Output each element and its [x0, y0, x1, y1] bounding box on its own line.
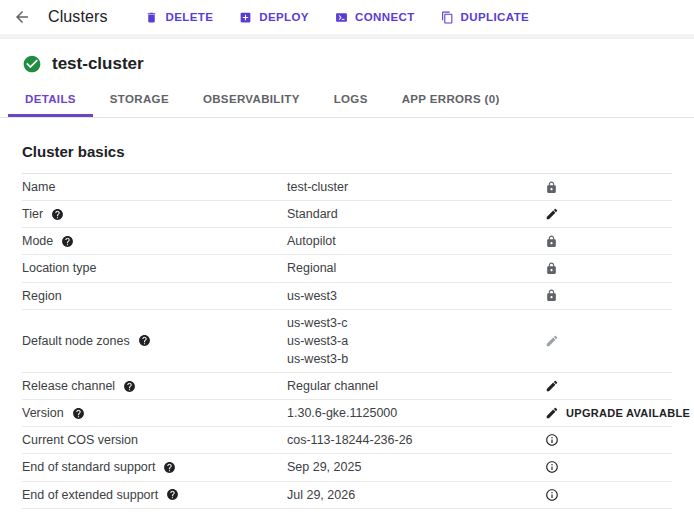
info-icon[interactable] — [545, 460, 559, 474]
row-value: Regular channel — [287, 373, 545, 399]
row-value-line: Autopilot — [287, 232, 537, 250]
action-connect-button[interactable]: CONNECT — [335, 9, 415, 26]
action-label: DEPLOY — [259, 11, 309, 23]
table-row-version: Version1.30.6-gke.1125000UPGRADE AVAILAB… — [22, 400, 672, 427]
tab-app-errors-0[interactable]: APP ERRORS (0) — [385, 83, 517, 117]
row-label-cell: Location type — [22, 258, 287, 278]
table-row-region: Regionus-west3 — [22, 283, 672, 310]
tab-observability[interactable]: OBSERVABILITY — [186, 83, 317, 117]
action-deploy-button[interactable]: DEPLOY — [239, 9, 309, 26]
row-value-line: Regional — [287, 259, 537, 277]
header-divider — [0, 34, 694, 39]
table-row-rollout-sequence: Rollout sequenceTo use rollout sequencin… — [22, 509, 672, 515]
tab-logs[interactable]: LOGS — [317, 83, 385, 117]
row-icon-cell — [545, 488, 559, 502]
row-icon-cell — [545, 334, 559, 348]
row-icon-cell — [545, 207, 559, 221]
row-label-cell: End of standard support — [22, 457, 287, 477]
row-value: cos-113-18244-236-26 — [287, 427, 545, 453]
row-value-line: us-west3-b — [287, 350, 537, 368]
row-value: To use rollout sequencing, register your… — [287, 509, 545, 515]
check-circle-icon — [22, 54, 42, 74]
action-label: DELETE — [165, 11, 213, 23]
row-value: test-cluster — [287, 174, 545, 200]
edit-icon[interactable] — [545, 207, 559, 221]
row-value-line: us-west3-c — [287, 314, 537, 332]
help-icon[interactable] — [123, 380, 136, 393]
table-row-tier: TierStandard — [22, 201, 672, 228]
app-bar: Clusters DELETEDEPLOYCONNECTDUPLICATE — [0, 0, 694, 34]
trash-icon — [145, 11, 158, 24]
row-label: Version — [22, 406, 64, 420]
row-value: Regional — [287, 255, 545, 281]
help-icon[interactable] — [138, 334, 151, 347]
row-value-line: test-cluster — [287, 178, 537, 196]
help-icon[interactable] — [61, 235, 74, 248]
row-icon-cell — [545, 289, 558, 302]
info-icon[interactable] — [545, 488, 559, 502]
row-value: Sep 29, 2025 — [287, 454, 545, 480]
row-label-cell: Version — [22, 403, 287, 423]
row-label-cell: Release channel — [22, 376, 287, 396]
table-row-mode: ModeAutopilot — [22, 228, 672, 255]
row-icon-cell — [545, 460, 559, 474]
tab-label: LOGS — [334, 93, 368, 105]
row-icon-cell: UPGRADE AVAILABLE — [545, 406, 690, 420]
row-value-line: 1.30.6-gke.1125000 — [287, 404, 537, 422]
row-value-line: Jul 29, 2026 — [287, 486, 537, 504]
page-title: Clusters — [48, 8, 107, 26]
row-label: Release channel — [22, 379, 115, 393]
row-value-line: us-west3-a — [287, 332, 537, 350]
row-label: End of extended support — [22, 488, 158, 502]
row-label: Name — [22, 180, 55, 194]
table-row-default-node-zones: Default node zonesus-west3-cus-west3-aus… — [22, 310, 672, 373]
row-icon-cell — [545, 262, 558, 275]
action-duplicate-button[interactable]: DUPLICATE — [441, 9, 530, 26]
help-icon[interactable] — [166, 488, 179, 501]
row-icon-cell — [545, 181, 558, 194]
row-label: End of standard support — [22, 460, 155, 474]
section-title: Cluster basics — [22, 143, 672, 160]
row-label: Region — [22, 289, 62, 303]
row-value-line: Regular channel — [287, 377, 537, 395]
row-label: Tier — [22, 207, 43, 221]
lock-icon — [545, 181, 558, 194]
row-label-cell: Tier — [22, 204, 287, 224]
row-label-cell: End of extended support — [22, 485, 287, 505]
info-icon[interactable] — [545, 433, 559, 447]
row-label: Location type — [22, 261, 96, 275]
cluster-name: test-cluster — [52, 54, 144, 74]
tab-label: OBSERVABILITY — [203, 93, 300, 105]
help-icon[interactable] — [51, 208, 64, 221]
row-icon-cell — [545, 379, 559, 393]
table-row-end-of-standard-support: End of standard supportSep 29, 2025 — [22, 454, 672, 481]
row-label: Current COS version — [22, 433, 138, 447]
row-value-line: Sep 29, 2025 — [287, 458, 537, 476]
row-label-cell: Name — [22, 177, 287, 197]
row-label: Mode — [22, 234, 53, 248]
row-value-line: Standard — [287, 205, 537, 223]
edit-icon[interactable] — [545, 379, 559, 393]
row-value: us-west3 — [287, 283, 545, 309]
action-label: DUPLICATE — [461, 11, 530, 23]
tab-storage[interactable]: STORAGE — [93, 83, 186, 117]
action-label: CONNECT — [355, 11, 415, 23]
help-icon[interactable] — [163, 461, 176, 474]
tab-label: APP ERRORS (0) — [402, 93, 500, 105]
row-value: us-west3-cus-west3-aus-west3-b — [287, 310, 545, 372]
table-row-name: Nametest-cluster — [22, 174, 672, 201]
back-button[interactable] — [8, 3, 36, 31]
tab-details[interactable]: DETAILS — [8, 83, 93, 117]
row-value: 1.30.6-gke.1125000 — [287, 400, 545, 426]
row-label-cell: Current COS version — [22, 430, 287, 450]
row-value: Autopilot — [287, 228, 545, 254]
upgrade-available-link[interactable]: UPGRADE AVAILABLE — [566, 407, 690, 419]
action-delete-button[interactable]: DELETE — [145, 9, 213, 26]
cluster-details-page: Clusters DELETEDEPLOYCONNECTDUPLICATE te… — [0, 0, 694, 515]
tab-bar: DETAILSSTORAGEOBSERVABILITYLOGSAPP ERROR… — [0, 83, 694, 118]
table-row-current-cos-version: Current COS versioncos-113-18244-236-26 — [22, 427, 672, 454]
table-row-end-of-extended-support: End of extended supportJul 29, 2026 — [22, 482, 672, 509]
edit-icon[interactable] — [545, 406, 559, 420]
help-icon[interactable] — [72, 407, 85, 420]
terminal-icon — [335, 11, 348, 24]
